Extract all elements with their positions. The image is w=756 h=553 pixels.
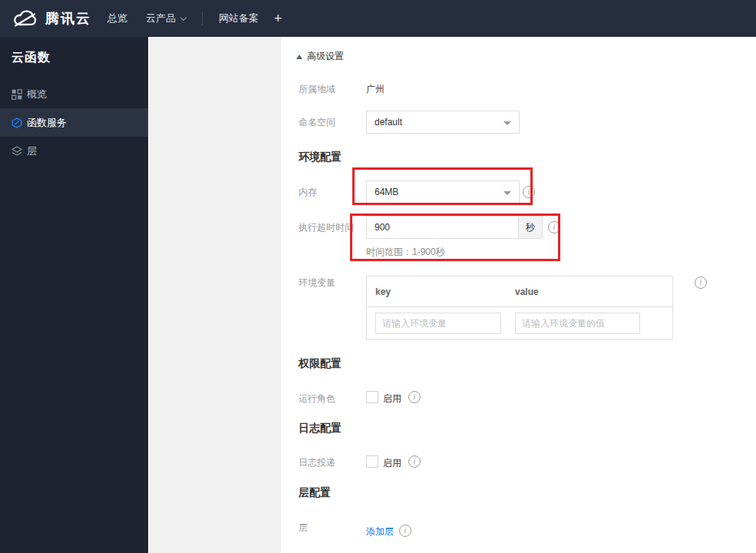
sidebar-item-layers[interactable]: 层 — [0, 137, 148, 165]
sidebar-item-function-service[interactable]: 函数服务 — [0, 108, 148, 137]
timeout-input-group: 秒 — [366, 216, 543, 239]
chevron-down-icon — [180, 14, 187, 20]
topnav-cloud-products-label: 云产品 — [146, 12, 176, 25]
env-vars-label: 环境变量 — [299, 277, 335, 288]
topnav-cloud-products[interactable]: 云产品 — [146, 0, 186, 37]
dropdown-arrow-icon — [503, 121, 511, 125]
brand-name: 腾讯云 — [45, 9, 91, 28]
add-layer-link[interactable]: 添加层 — [366, 525, 394, 538]
add-layer-info-icon[interactable]: i — [399, 525, 411, 537]
log-delivery-info-icon[interactable]: i — [408, 455, 421, 468]
dropdown-arrow-icon — [503, 191, 511, 195]
timeout-info-icon[interactable]: i — [548, 221, 560, 233]
memory-select-value: 64MB — [375, 187, 398, 197]
tencent-cloud-console: 腾讯云 总览 云产品 网站备案 + 云函数 概览 — [0, 0, 756, 553]
timeout-range-hint: 时间范围：1-900秒 — [366, 246, 445, 259]
brand-home-link[interactable]: 腾讯云 — [12, 0, 91, 37]
section-environment-config: 环境配置 — [299, 151, 342, 163]
log-delivery-enable-label: 启用 — [383, 458, 401, 469]
namespace-select-value: default — [375, 117, 402, 127]
topnav-add-button[interactable]: + — [274, 0, 282, 37]
sidebar-item-layers-label: 层 — [27, 144, 37, 158]
env-vars-key-header: key — [367, 286, 515, 297]
log-delivery-label: 日志投递 — [299, 457, 335, 468]
run-role-enable-label: 启用 — [383, 393, 401, 404]
timeout-input[interactable] — [367, 217, 518, 238]
sidebar-menu: 概览 函数服务 层 — [0, 80, 148, 165]
topbar: 腾讯云 总览 云产品 网站备案 + — [0, 0, 756, 37]
log-delivery-checkbox[interactable] — [366, 455, 378, 468]
scf-function-icon — [12, 118, 22, 128]
section-layer-config: 层配置 — [299, 486, 331, 498]
tencent-cloud-logo-icon — [12, 8, 38, 28]
sidebar: 云函数 概览 — [0, 37, 148, 553]
timeout-unit: 秒 — [518, 217, 542, 238]
sidebar-item-function-service-label: 函数服务 — [27, 116, 67, 130]
run-role-checkbox[interactable] — [366, 391, 378, 403]
advanced-settings-toggle[interactable]: 高级设置 — [296, 50, 344, 63]
memory-label: 内存 — [299, 187, 317, 197]
run-role-label: 运行角色 — [299, 393, 335, 404]
namespace-label: 命名空间 — [299, 117, 335, 127]
namespace-select[interactable]: default — [366, 111, 520, 134]
run-role-info-icon[interactable]: i — [408, 391, 421, 403]
memory-select[interactable]: 64MB — [366, 180, 520, 204]
env-var-value-input[interactable] — [515, 313, 640, 334]
section-log-config: 日志配置 — [299, 422, 342, 434]
secondary-panel — [148, 37, 281, 553]
env-vars-info-icon[interactable]: i — [695, 276, 707, 289]
env-vars-value-header: value — [515, 286, 539, 297]
section-permission-config: 权限配置 — [299, 357, 342, 369]
region-value: 广州 — [366, 84, 385, 94]
advanced-settings-label: 高级设置 — [307, 50, 344, 63]
memory-info-icon[interactable]: i — [523, 186, 535, 198]
layer-label: 层 — [299, 522, 308, 533]
timeout-label: 执行超时时间 — [299, 222, 354, 233]
env-vars-table-header: key value — [367, 276, 672, 307]
env-vars-table: key value — [366, 276, 673, 339]
topbar-divider — [202, 12, 203, 25]
sidebar-item-overview[interactable]: 概览 — [0, 80, 148, 108]
sidebar-title: 云函数 — [12, 50, 51, 66]
region-label: 所属地域 — [299, 84, 335, 94]
topnav-overview[interactable]: 总览 — [107, 0, 127, 37]
sidebar-item-overview-label: 概览 — [27, 88, 47, 101]
grid-icon — [12, 89, 22, 100]
function-config-form: 高级设置 所属地域 广州 命名空间 default 环境配置 内存 64MB i… — [281, 37, 756, 553]
env-var-key-input[interactable] — [375, 313, 501, 334]
env-vars-table-row — [367, 307, 672, 339]
collapse-triangle-icon — [296, 55, 302, 59]
topnav-icp-filing[interactable]: 网站备案 — [219, 0, 259, 37]
layers-icon — [12, 146, 22, 157]
